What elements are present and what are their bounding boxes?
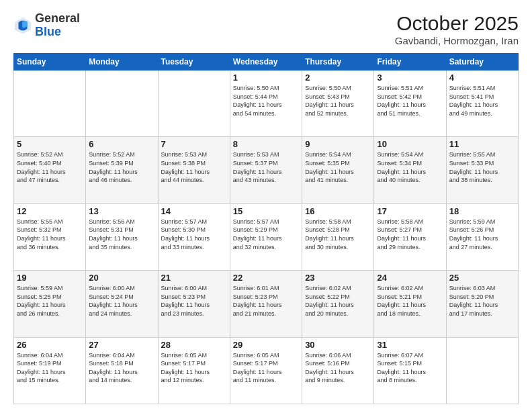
calendar-cell: 5Sunrise: 5:52 AM Sunset: 5:40 PM Daylig… xyxy=(14,137,86,203)
day-info: Sunrise: 6:07 AM Sunset: 5:15 PM Dayligh… xyxy=(377,351,443,385)
day-number: 28 xyxy=(161,340,227,350)
day-info: Sunrise: 6:00 AM Sunset: 5:24 PM Dayligh… xyxy=(89,284,154,318)
calendar-cell: 24Sunrise: 6:02 AM Sunset: 5:21 PM Dayli… xyxy=(374,271,446,337)
calendar-cell: 26Sunrise: 6:04 AM Sunset: 5:19 PM Dayli… xyxy=(14,337,86,404)
calendar-cell: 7Sunrise: 5:53 AM Sunset: 5:38 PM Daylig… xyxy=(158,137,230,203)
weekday-header-row: SundayMondayTuesdayWednesdayThursdayFrid… xyxy=(14,54,519,71)
day-info: Sunrise: 6:02 AM Sunset: 5:21 PM Dayligh… xyxy=(377,284,443,318)
day-number: 10 xyxy=(377,139,443,149)
day-info: Sunrise: 5:50 AM Sunset: 5:43 PM Dayligh… xyxy=(305,84,371,118)
calendar-cell: 18Sunrise: 5:59 AM Sunset: 5:26 PM Dayli… xyxy=(446,203,518,270)
calendar-cell: 13Sunrise: 5:56 AM Sunset: 5:31 PM Dayli… xyxy=(86,203,158,270)
day-info: Sunrise: 5:51 AM Sunset: 5:41 PM Dayligh… xyxy=(449,84,515,118)
weekday-header-saturday: Saturday xyxy=(446,54,518,71)
day-number: 1 xyxy=(233,73,299,83)
calendar-cell: 11Sunrise: 5:55 AM Sunset: 5:33 PM Dayli… xyxy=(446,137,518,203)
calendar-cell: 20Sunrise: 6:00 AM Sunset: 5:24 PM Dayli… xyxy=(86,271,158,337)
calendar-cell: 23Sunrise: 6:02 AM Sunset: 5:22 PM Dayli… xyxy=(302,271,374,337)
day-info: Sunrise: 6:04 AM Sunset: 5:18 PM Dayligh… xyxy=(89,351,154,385)
calendar-cell: 19Sunrise: 5:59 AM Sunset: 5:25 PM Dayli… xyxy=(14,271,86,337)
calendar-cell: 30Sunrise: 6:06 AM Sunset: 5:16 PM Dayli… xyxy=(302,337,374,404)
calendar-cell: 9Sunrise: 5:54 AM Sunset: 5:35 PM Daylig… xyxy=(302,137,374,203)
logo-general-text: General xyxy=(35,11,80,25)
calendar-cell: 22Sunrise: 6:01 AM Sunset: 5:23 PM Dayli… xyxy=(230,271,302,337)
weekday-header-wednesday: Wednesday xyxy=(230,54,302,71)
day-number: 25 xyxy=(449,273,515,283)
calendar-cell: 4Sunrise: 5:51 AM Sunset: 5:41 PM Daylig… xyxy=(446,71,518,137)
day-info: Sunrise: 6:02 AM Sunset: 5:22 PM Dayligh… xyxy=(305,284,371,318)
calendar-cell: 29Sunrise: 6:05 AM Sunset: 5:17 PM Dayli… xyxy=(230,337,302,404)
day-number: 23 xyxy=(305,273,371,283)
day-info: Sunrise: 5:55 AM Sunset: 5:32 PM Dayligh… xyxy=(17,218,83,251)
calendar-cell: 1Sunrise: 5:50 AM Sunset: 5:44 PM Daylig… xyxy=(230,71,302,137)
day-number: 5 xyxy=(17,139,83,149)
day-number: 4 xyxy=(449,73,515,83)
day-info: Sunrise: 6:05 AM Sunset: 5:17 PM Dayligh… xyxy=(233,351,299,385)
calendar-cell: 3Sunrise: 5:51 AM Sunset: 5:42 PM Daylig… xyxy=(374,71,446,137)
day-info: Sunrise: 6:03 AM Sunset: 5:20 PM Dayligh… xyxy=(449,284,515,318)
weekday-header-monday: Monday xyxy=(86,54,158,71)
day-number: 16 xyxy=(305,206,371,216)
day-info: Sunrise: 5:58 AM Sunset: 5:28 PM Dayligh… xyxy=(305,218,371,251)
day-info: Sunrise: 6:06 AM Sunset: 5:16 PM Dayligh… xyxy=(305,351,371,385)
weekday-header-tuesday: Tuesday xyxy=(158,54,230,71)
calendar-cell xyxy=(158,71,230,137)
calendar-cell: 12Sunrise: 5:55 AM Sunset: 5:32 PM Dayli… xyxy=(14,203,86,270)
day-info: Sunrise: 5:53 AM Sunset: 5:38 PM Dayligh… xyxy=(161,150,227,184)
day-number: 20 xyxy=(89,273,154,283)
calendar-cell: 8Sunrise: 5:53 AM Sunset: 5:37 PM Daylig… xyxy=(230,137,302,203)
calendar-cell: 10Sunrise: 5:54 AM Sunset: 5:34 PM Dayli… xyxy=(374,137,446,203)
calendar-week-row: 1Sunrise: 5:50 AM Sunset: 5:44 PM Daylig… xyxy=(14,71,519,137)
day-info: Sunrise: 5:52 AM Sunset: 5:40 PM Dayligh… xyxy=(17,150,83,184)
calendar-cell: 6Sunrise: 5:52 AM Sunset: 5:39 PM Daylig… xyxy=(86,137,158,203)
day-info: Sunrise: 5:56 AM Sunset: 5:31 PM Dayligh… xyxy=(89,218,154,251)
calendar-cell: 2Sunrise: 5:50 AM Sunset: 5:43 PM Daylig… xyxy=(302,71,374,137)
calendar-cell: 31Sunrise: 6:07 AM Sunset: 5:15 PM Dayli… xyxy=(374,337,446,404)
calendar-week-row: 5Sunrise: 5:52 AM Sunset: 5:40 PM Daylig… xyxy=(14,137,519,203)
logo-icon xyxy=(13,16,32,35)
day-number: 22 xyxy=(233,273,299,283)
page: General Blue October 2025 Gavbandi, Horm… xyxy=(0,0,532,411)
calendar-table: SundayMondayTuesdayWednesdayThursdayFrid… xyxy=(13,53,519,404)
day-info: Sunrise: 5:57 AM Sunset: 5:29 PM Dayligh… xyxy=(233,218,299,251)
day-number: 26 xyxy=(17,340,83,350)
day-number: 17 xyxy=(377,206,443,216)
day-number: 18 xyxy=(449,206,515,216)
day-info: Sunrise: 5:50 AM Sunset: 5:44 PM Dayligh… xyxy=(233,84,299,118)
calendar-week-row: 12Sunrise: 5:55 AM Sunset: 5:32 PM Dayli… xyxy=(14,203,519,270)
calendar-cell xyxy=(446,337,518,404)
day-info: Sunrise: 5:59 AM Sunset: 5:25 PM Dayligh… xyxy=(17,284,83,318)
calendar-cell: 15Sunrise: 5:57 AM Sunset: 5:29 PM Dayli… xyxy=(230,203,302,270)
day-number: 24 xyxy=(377,273,443,283)
day-number: 3 xyxy=(377,73,443,83)
calendar-cell: 21Sunrise: 6:00 AM Sunset: 5:23 PM Dayli… xyxy=(158,271,230,337)
day-info: Sunrise: 5:54 AM Sunset: 5:35 PM Dayligh… xyxy=(305,150,371,184)
day-number: 29 xyxy=(233,340,299,350)
day-info: Sunrise: 6:00 AM Sunset: 5:23 PM Dayligh… xyxy=(161,284,227,318)
day-number: 21 xyxy=(161,273,227,283)
day-number: 11 xyxy=(449,139,515,149)
day-number: 14 xyxy=(161,206,227,216)
day-number: 2 xyxy=(305,73,371,83)
day-info: Sunrise: 5:53 AM Sunset: 5:37 PM Dayligh… xyxy=(233,150,299,184)
month-title: October 2025 xyxy=(395,12,519,35)
day-info: Sunrise: 5:51 AM Sunset: 5:42 PM Dayligh… xyxy=(377,84,443,118)
day-info: Sunrise: 6:05 AM Sunset: 5:17 PM Dayligh… xyxy=(161,351,227,385)
day-info: Sunrise: 5:52 AM Sunset: 5:39 PM Dayligh… xyxy=(89,150,154,184)
calendar-cell: 17Sunrise: 5:58 AM Sunset: 5:27 PM Dayli… xyxy=(374,203,446,270)
weekday-header-thursday: Thursday xyxy=(302,54,374,71)
calendar-cell xyxy=(86,71,158,137)
day-info: Sunrise: 5:59 AM Sunset: 5:26 PM Dayligh… xyxy=(449,218,515,251)
day-number: 13 xyxy=(89,206,154,216)
calendar-week-row: 19Sunrise: 5:59 AM Sunset: 5:25 PM Dayli… xyxy=(14,271,519,337)
location-title: Gavbandi, Hormozgan, Iran xyxy=(395,35,519,46)
day-number: 9 xyxy=(305,139,371,149)
day-info: Sunrise: 5:57 AM Sunset: 5:30 PM Dayligh… xyxy=(161,218,227,251)
logo: General Blue xyxy=(13,12,80,39)
calendar-cell: 28Sunrise: 6:05 AM Sunset: 5:17 PM Dayli… xyxy=(158,337,230,404)
day-info: Sunrise: 5:54 AM Sunset: 5:34 PM Dayligh… xyxy=(377,150,443,184)
day-number: 15 xyxy=(233,206,299,216)
weekday-header-sunday: Sunday xyxy=(14,54,86,71)
day-number: 12 xyxy=(17,206,83,216)
day-number: 7 xyxy=(161,139,227,149)
